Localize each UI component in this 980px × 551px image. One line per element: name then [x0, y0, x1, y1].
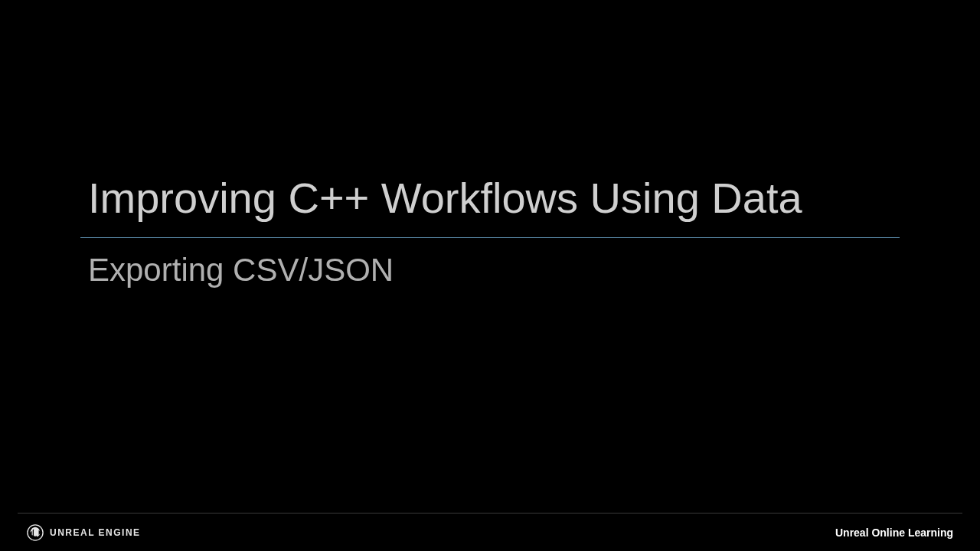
slide-title: Improving C++ Workflows Using Data: [80, 172, 900, 223]
slide: Improving C++ Workflows Using Data Expor…: [0, 0, 980, 551]
slide-footer: UNREAL ENGINE Unreal Online Learning: [18, 513, 962, 551]
footer-right-text: Unreal Online Learning: [835, 527, 953, 539]
brand-name: UNREAL ENGINE: [50, 527, 141, 538]
slide-content: Improving C++ Workflows Using Data Expor…: [80, 172, 900, 289]
title-divider: [80, 237, 900, 238]
brand: UNREAL ENGINE: [27, 524, 141, 541]
unreal-logo-icon: [27, 524, 44, 541]
slide-subtitle: Exporting CSV/JSON: [80, 252, 900, 289]
